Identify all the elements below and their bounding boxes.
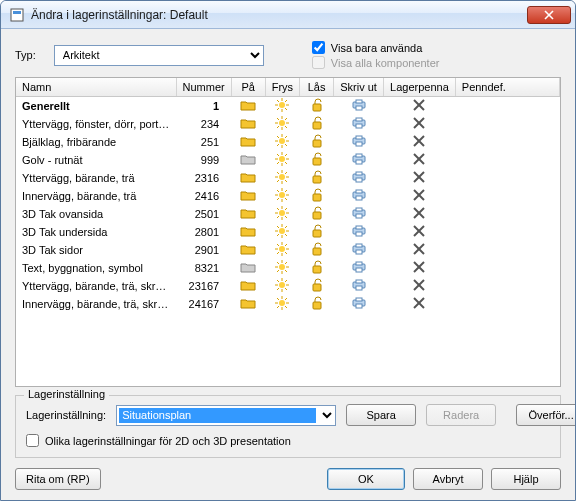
cell-lock[interactable] bbox=[300, 169, 334, 187]
col-lock[interactable]: Lås bbox=[300, 78, 334, 97]
cell-pen[interactable] bbox=[384, 151, 456, 169]
cell-pendef bbox=[455, 259, 559, 277]
cancel-button[interactable]: Avbryt bbox=[413, 468, 483, 490]
cell-pen[interactable] bbox=[384, 295, 456, 313]
diff2d3d-checkbox[interactable] bbox=[26, 434, 39, 447]
col-number[interactable]: Nummer bbox=[176, 78, 231, 97]
cell-lock[interactable] bbox=[300, 277, 334, 295]
table-row[interactable]: 3D Tak ovansida2501 bbox=[16, 205, 560, 223]
cell-lock[interactable] bbox=[300, 187, 334, 205]
table-row[interactable]: Bjälklag, fribärande251 bbox=[16, 133, 560, 151]
redraw-button[interactable]: Rita om (RP) bbox=[15, 468, 101, 490]
table-row[interactable]: Innervägg, bärande, trä, skravu...24167 bbox=[16, 295, 560, 313]
cell-print[interactable] bbox=[334, 241, 384, 259]
cell-on[interactable] bbox=[231, 169, 265, 187]
typ-combo[interactable]: Arkitekt bbox=[54, 45, 264, 66]
cell-freeze[interactable] bbox=[265, 223, 299, 241]
cell-freeze[interactable] bbox=[265, 169, 299, 187]
save-button[interactable]: Spara bbox=[346, 404, 416, 426]
cell-pen[interactable] bbox=[384, 133, 456, 151]
cb-used[interactable] bbox=[312, 41, 325, 54]
cell-on[interactable] bbox=[231, 187, 265, 205]
table-row[interactable]: Yttervägg, bärande, trä, skravur...23167 bbox=[16, 277, 560, 295]
cell-freeze[interactable] bbox=[265, 133, 299, 151]
cell-lock[interactable] bbox=[300, 151, 334, 169]
table-row[interactable]: Text, byggnation, symbol8321 bbox=[16, 259, 560, 277]
cell-freeze[interactable] bbox=[265, 151, 299, 169]
table-row[interactable]: Generellt1 bbox=[16, 97, 560, 116]
cell-freeze[interactable] bbox=[265, 295, 299, 313]
cell-print[interactable] bbox=[334, 223, 384, 241]
cell-pen[interactable] bbox=[384, 187, 456, 205]
cell-pen[interactable] bbox=[384, 115, 456, 133]
cell-on[interactable] bbox=[231, 151, 265, 169]
col-name[interactable]: Namn bbox=[16, 78, 176, 97]
cell-on[interactable] bbox=[231, 277, 265, 295]
cell-freeze[interactable] bbox=[265, 241, 299, 259]
cell-freeze[interactable] bbox=[265, 115, 299, 133]
table-row[interactable]: 3D Tak sidor2901 bbox=[16, 241, 560, 259]
cell-lock[interactable] bbox=[300, 97, 334, 116]
table-row[interactable]: Yttervägg, bärande, trä2316 bbox=[16, 169, 560, 187]
table-row[interactable]: 3D Tak undersida2801 bbox=[16, 223, 560, 241]
cell-lock[interactable] bbox=[300, 223, 334, 241]
col-freeze[interactable]: Frys bbox=[265, 78, 299, 97]
settings-combo[interactable]: Situationsplan bbox=[116, 405, 336, 426]
cell-pen[interactable] bbox=[384, 259, 456, 277]
diff2d3d-line[interactable]: Olika lagerinställningar för 2D och 3D p… bbox=[26, 434, 550, 447]
col-pen[interactable]: Lagerpenna bbox=[384, 78, 456, 97]
close-button[interactable] bbox=[527, 6, 571, 24]
cell-print[interactable] bbox=[334, 115, 384, 133]
cell-pen[interactable] bbox=[384, 277, 456, 295]
col-pendef[interactable]: Penndef. bbox=[455, 78, 559, 97]
cell-lock[interactable] bbox=[300, 133, 334, 151]
cell-freeze[interactable] bbox=[265, 97, 299, 116]
cell-print[interactable] bbox=[334, 277, 384, 295]
layer-grid[interactable]: Namn Nummer På Frys Lås Skriv ut Lagerpe… bbox=[15, 77, 561, 387]
ok-button[interactable]: OK bbox=[327, 468, 405, 490]
cell-freeze[interactable] bbox=[265, 259, 299, 277]
cell-lock[interactable] bbox=[300, 241, 334, 259]
cell-print[interactable] bbox=[334, 151, 384, 169]
cell-print[interactable] bbox=[334, 97, 384, 116]
svg-line-55 bbox=[285, 162, 287, 164]
help-button[interactable]: Hjälp bbox=[491, 468, 561, 490]
cell-print[interactable] bbox=[334, 295, 384, 313]
cell-on[interactable] bbox=[231, 205, 265, 223]
grid-header-row: Namn Nummer På Frys Lås Skriv ut Lagerpe… bbox=[16, 78, 560, 97]
cell-on[interactable] bbox=[231, 259, 265, 277]
cell-print[interactable] bbox=[334, 187, 384, 205]
cell-on[interactable] bbox=[231, 133, 265, 151]
svg-point-94 bbox=[279, 210, 285, 216]
cb-used-line[interactable]: Visa bara använda bbox=[312, 41, 440, 54]
cell-on[interactable] bbox=[231, 241, 265, 259]
window-title: Ändra i lagerinställningar: Default bbox=[31, 8, 527, 22]
col-print[interactable]: Skriv ut bbox=[334, 78, 384, 97]
cell-lock[interactable] bbox=[300, 205, 334, 223]
table-row[interactable]: Innervägg, bärande, trä2416 bbox=[16, 187, 560, 205]
cell-pen[interactable] bbox=[384, 241, 456, 259]
cell-pen[interactable] bbox=[384, 223, 456, 241]
cell-lock[interactable] bbox=[300, 115, 334, 133]
cell-pen[interactable] bbox=[384, 97, 456, 116]
cell-on[interactable] bbox=[231, 115, 265, 133]
cell-on[interactable] bbox=[231, 295, 265, 313]
cell-print[interactable] bbox=[334, 205, 384, 223]
cell-on[interactable] bbox=[231, 223, 265, 241]
cell-freeze[interactable] bbox=[265, 205, 299, 223]
cell-print[interactable] bbox=[334, 259, 384, 277]
cell-freeze[interactable] bbox=[265, 187, 299, 205]
table-row[interactable]: Yttervägg, fönster, dörr, port m.m.234 bbox=[16, 115, 560, 133]
table-row[interactable]: Golv - rutnät999 bbox=[16, 151, 560, 169]
cell-print[interactable] bbox=[334, 169, 384, 187]
cell-freeze[interactable] bbox=[265, 277, 299, 295]
cell-pen[interactable] bbox=[384, 169, 456, 187]
transfer-button[interactable]: Överför... bbox=[516, 404, 576, 426]
cell-on[interactable] bbox=[231, 97, 265, 116]
svg-point-109 bbox=[279, 228, 285, 234]
col-on[interactable]: På bbox=[231, 78, 265, 97]
cell-lock[interactable] bbox=[300, 295, 334, 313]
cell-pen[interactable] bbox=[384, 205, 456, 223]
cell-lock[interactable] bbox=[300, 259, 334, 277]
cell-print[interactable] bbox=[334, 133, 384, 151]
